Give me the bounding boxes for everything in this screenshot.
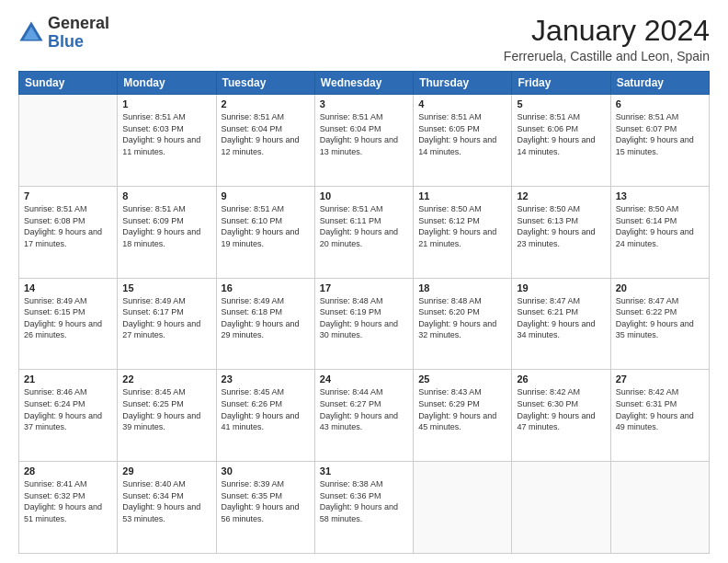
calendar-cell: 15Sunrise: 8:49 AMSunset: 6:17 PMDayligh… bbox=[118, 278, 216, 370]
day-number: 17 bbox=[320, 282, 408, 293]
logo-general: General bbox=[48, 14, 109, 32]
calendar-cell bbox=[610, 462, 709, 554]
day-number: 9 bbox=[222, 190, 310, 201]
day-number: 3 bbox=[320, 98, 408, 109]
calendar-cell: 11Sunrise: 8:50 AMSunset: 6:12 PMDayligh… bbox=[414, 186, 512, 278]
calendar-cell: 2Sunrise: 8:51 AMSunset: 6:04 PMDaylight… bbox=[216, 95, 314, 187]
day-info: Sunrise: 8:51 AMSunset: 6:05 PMDaylight:… bbox=[418, 111, 506, 157]
day-number: 30 bbox=[222, 465, 310, 477]
day-info: Sunrise: 8:49 AMSunset: 6:17 PMDaylight:… bbox=[122, 295, 210, 341]
logo-text: General Blue bbox=[48, 15, 109, 52]
day-info: Sunrise: 8:47 AMSunset: 6:22 PMDaylight:… bbox=[616, 295, 704, 341]
day-info: Sunrise: 8:51 AMSunset: 6:10 PMDaylight:… bbox=[222, 203, 310, 249]
calendar-cell: 20Sunrise: 8:47 AMSunset: 6:22 PMDayligh… bbox=[610, 278, 709, 370]
day-number: 6 bbox=[616, 98, 704, 109]
weekday-header-saturday: Saturday bbox=[610, 72, 709, 95]
day-number: 29 bbox=[122, 465, 210, 477]
calendar-cell: 4Sunrise: 8:51 AMSunset: 6:05 PMDaylight… bbox=[414, 95, 512, 187]
calendar-week-0: 1Sunrise: 8:51 AMSunset: 6:03 PMDaylight… bbox=[19, 95, 710, 187]
calendar-cell: 13Sunrise: 8:50 AMSunset: 6:14 PMDayligh… bbox=[610, 186, 709, 278]
day-info: Sunrise: 8:50 AMSunset: 6:12 PMDaylight:… bbox=[418, 203, 506, 249]
day-number: 8 bbox=[122, 190, 210, 201]
day-info: Sunrise: 8:51 AMSunset: 6:11 PMDaylight:… bbox=[320, 203, 408, 249]
day-info: Sunrise: 8:51 AMSunset: 6:03 PMDaylight:… bbox=[122, 111, 210, 157]
calendar-cell: 8Sunrise: 8:51 AMSunset: 6:09 PMDaylight… bbox=[118, 186, 216, 278]
day-number: 14 bbox=[24, 282, 112, 293]
day-info: Sunrise: 8:51 AMSunset: 6:07 PMDaylight:… bbox=[616, 111, 704, 157]
day-info: Sunrise: 8:51 AMSunset: 6:09 PMDaylight:… bbox=[122, 203, 210, 249]
calendar-cell: 27Sunrise: 8:42 AMSunset: 6:31 PMDayligh… bbox=[610, 370, 709, 462]
day-number: 18 bbox=[418, 282, 506, 293]
calendar-cell: 7Sunrise: 8:51 AMSunset: 6:08 PMDaylight… bbox=[19, 186, 118, 278]
header: General Blue January 2024 Ferreruela, Ca… bbox=[18, 15, 710, 63]
weekday-header-sunday: Sunday bbox=[19, 72, 118, 95]
day-number: 11 bbox=[418, 190, 506, 201]
location: Ferreruela, Castille and Leon, Spain bbox=[504, 49, 710, 63]
day-number: 22 bbox=[122, 373, 210, 385]
calendar-cell: 9Sunrise: 8:51 AMSunset: 6:10 PMDaylight… bbox=[216, 186, 314, 278]
day-info: Sunrise: 8:42 AMSunset: 6:31 PMDaylight:… bbox=[616, 386, 704, 432]
weekday-header: SundayMondayTuesdayWednesdayThursdayFrid… bbox=[19, 72, 710, 95]
day-info: Sunrise: 8:51 AMSunset: 6:04 PMDaylight:… bbox=[320, 111, 408, 157]
day-number: 21 bbox=[24, 373, 112, 385]
calendar-cell: 26Sunrise: 8:42 AMSunset: 6:30 PMDayligh… bbox=[512, 370, 610, 462]
calendar-cell: 14Sunrise: 8:49 AMSunset: 6:15 PMDayligh… bbox=[19, 278, 118, 370]
calendar-week-3: 21Sunrise: 8:46 AMSunset: 6:24 PMDayligh… bbox=[19, 370, 710, 462]
day-number: 26 bbox=[517, 373, 605, 385]
day-info: Sunrise: 8:50 AMSunset: 6:14 PMDaylight:… bbox=[616, 203, 704, 249]
day-number: 23 bbox=[222, 373, 310, 385]
day-number: 1 bbox=[122, 98, 210, 109]
calendar-cell: 22Sunrise: 8:45 AMSunset: 6:25 PMDayligh… bbox=[118, 370, 216, 462]
day-number: 13 bbox=[616, 190, 704, 201]
day-info: Sunrise: 8:38 AMSunset: 6:36 PMDaylight:… bbox=[320, 478, 408, 524]
calendar-cell bbox=[414, 462, 512, 554]
calendar-cell: 21Sunrise: 8:46 AMSunset: 6:24 PMDayligh… bbox=[19, 370, 118, 462]
calendar-body: 1Sunrise: 8:51 AMSunset: 6:03 PMDaylight… bbox=[19, 95, 710, 554]
day-number: 24 bbox=[320, 373, 408, 385]
day-info: Sunrise: 8:51 AMSunset: 6:04 PMDaylight:… bbox=[222, 111, 310, 157]
day-number: 27 bbox=[616, 373, 704, 385]
calendar-cell: 31Sunrise: 8:38 AMSunset: 6:36 PMDayligh… bbox=[314, 462, 413, 554]
day-number: 4 bbox=[418, 98, 506, 109]
calendar-week-1: 7Sunrise: 8:51 AMSunset: 6:08 PMDaylight… bbox=[19, 186, 710, 278]
calendar-cell: 3Sunrise: 8:51 AMSunset: 6:04 PMDaylight… bbox=[314, 95, 413, 187]
day-number: 10 bbox=[320, 190, 408, 201]
weekday-header-tuesday: Tuesday bbox=[216, 72, 314, 95]
calendar-cell bbox=[512, 462, 610, 554]
day-number: 31 bbox=[320, 465, 408, 477]
day-number: 7 bbox=[24, 190, 112, 201]
calendar-cell: 17Sunrise: 8:48 AMSunset: 6:19 PMDayligh… bbox=[314, 278, 413, 370]
day-info: Sunrise: 8:41 AMSunset: 6:32 PMDaylight:… bbox=[24, 478, 112, 524]
calendar-cell: 28Sunrise: 8:41 AMSunset: 6:32 PMDayligh… bbox=[19, 462, 118, 554]
calendar-cell: 18Sunrise: 8:48 AMSunset: 6:20 PMDayligh… bbox=[414, 278, 512, 370]
calendar-cell: 23Sunrise: 8:45 AMSunset: 6:26 PMDayligh… bbox=[216, 370, 314, 462]
weekday-header-thursday: Thursday bbox=[414, 72, 512, 95]
logo-blue: Blue bbox=[48, 32, 84, 51]
calendar-cell bbox=[19, 95, 118, 187]
day-info: Sunrise: 8:50 AMSunset: 6:13 PMDaylight:… bbox=[517, 203, 605, 249]
day-info: Sunrise: 8:45 AMSunset: 6:25 PMDaylight:… bbox=[122, 386, 210, 432]
day-number: 15 bbox=[122, 282, 210, 293]
day-info: Sunrise: 8:48 AMSunset: 6:19 PMDaylight:… bbox=[320, 295, 408, 341]
day-number: 28 bbox=[24, 465, 112, 477]
calendar-cell: 19Sunrise: 8:47 AMSunset: 6:21 PMDayligh… bbox=[512, 278, 610, 370]
title-block: January 2024 Ferreruela, Castille and Le… bbox=[504, 15, 710, 63]
day-number: 16 bbox=[222, 282, 310, 293]
day-info: Sunrise: 8:42 AMSunset: 6:30 PMDaylight:… bbox=[517, 386, 605, 432]
calendar-table: SundayMondayTuesdayWednesdayThursdayFrid… bbox=[18, 71, 710, 554]
day-number: 2 bbox=[222, 98, 310, 109]
day-info: Sunrise: 8:46 AMSunset: 6:24 PMDaylight:… bbox=[24, 386, 112, 432]
day-number: 5 bbox=[517, 98, 605, 109]
day-info: Sunrise: 8:51 AMSunset: 6:08 PMDaylight:… bbox=[24, 203, 112, 249]
day-number: 25 bbox=[418, 373, 506, 385]
day-number: 12 bbox=[517, 190, 605, 201]
logo: General Blue bbox=[18, 15, 109, 52]
calendar-cell: 12Sunrise: 8:50 AMSunset: 6:13 PMDayligh… bbox=[512, 186, 610, 278]
day-info: Sunrise: 8:48 AMSunset: 6:20 PMDaylight:… bbox=[418, 295, 506, 341]
day-info: Sunrise: 8:45 AMSunset: 6:26 PMDaylight:… bbox=[222, 386, 310, 432]
calendar-cell: 6Sunrise: 8:51 AMSunset: 6:07 PMDaylight… bbox=[610, 95, 709, 187]
day-info: Sunrise: 8:49 AMSunset: 6:18 PMDaylight:… bbox=[222, 295, 310, 341]
calendar-cell: 1Sunrise: 8:51 AMSunset: 6:03 PMDaylight… bbox=[118, 95, 216, 187]
calendar-cell: 24Sunrise: 8:44 AMSunset: 6:27 PMDayligh… bbox=[314, 370, 413, 462]
day-info: Sunrise: 8:44 AMSunset: 6:27 PMDaylight:… bbox=[320, 386, 408, 432]
